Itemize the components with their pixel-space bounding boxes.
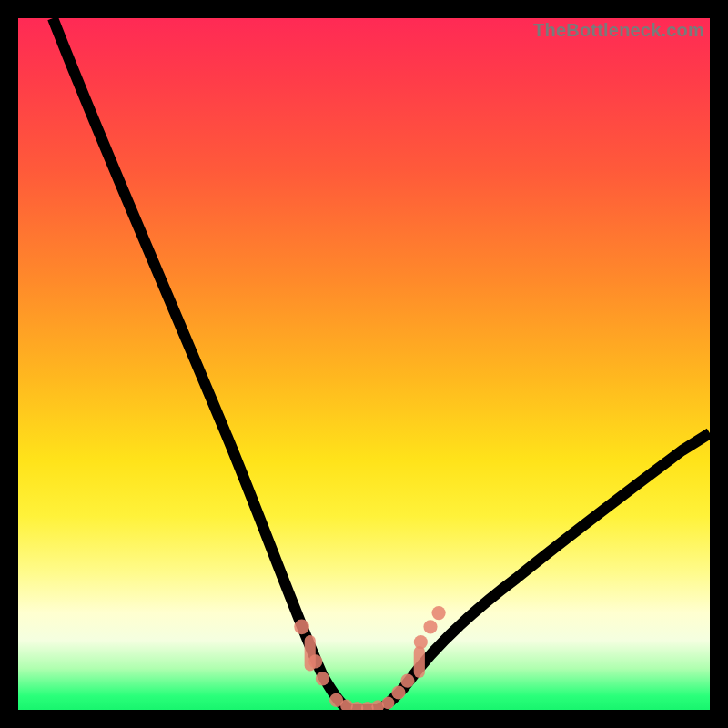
svg-point-13 bbox=[414, 635, 428, 649]
svg-point-3 bbox=[316, 672, 329, 685]
bottleneck-curve bbox=[18, 18, 710, 710]
curve-markers bbox=[294, 606, 445, 710]
svg-point-0 bbox=[294, 619, 309, 634]
plot-area: TheBottleneck.com bbox=[18, 18, 710, 710]
chart-frame: TheBottleneck.com bbox=[0, 0, 728, 728]
svg-rect-12 bbox=[414, 646, 425, 678]
svg-point-11 bbox=[400, 673, 414, 687]
svg-point-10 bbox=[391, 685, 405, 699]
curve-path bbox=[53, 18, 710, 710]
svg-point-2 bbox=[308, 654, 322, 668]
svg-point-9 bbox=[382, 697, 395, 710]
svg-point-14 bbox=[423, 620, 437, 633]
svg-point-15 bbox=[431, 606, 445, 620]
